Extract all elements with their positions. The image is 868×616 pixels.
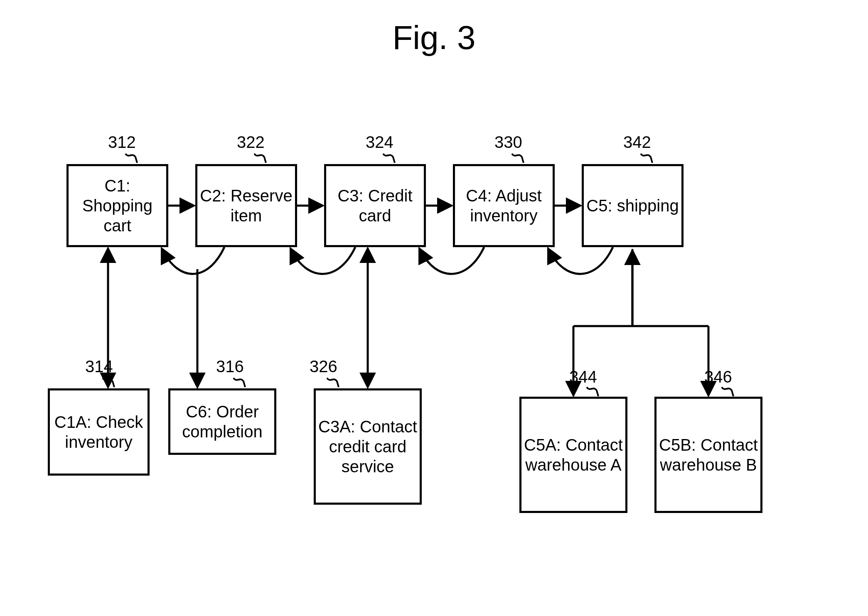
node-c5: C5: shipping	[582, 164, 684, 247]
ref-c1: 312	[108, 133, 136, 152]
node-c5a: C5A: Contact warehouse A	[519, 397, 627, 513]
node-c2-label: C2: Reserve item	[200, 186, 293, 226]
tick-icon	[326, 377, 341, 388]
ref-c5: 342	[623, 133, 651, 152]
node-c1a-label: C1A: Check inventory	[52, 412, 145, 452]
ref-c4: 330	[494, 133, 522, 152]
tick-icon	[721, 386, 736, 397]
tick-icon	[640, 153, 655, 164]
tick-icon	[586, 386, 601, 397]
ref-c5a: 344	[569, 368, 597, 386]
node-c5b: C5B: Contact warehouse B	[654, 397, 762, 513]
ref-c3: 324	[366, 133, 393, 152]
node-c3: C3: Credit card	[324, 164, 426, 247]
tick-icon	[382, 153, 397, 164]
tick-icon	[253, 153, 268, 164]
node-c6: C6: Order completion	[168, 388, 276, 455]
diagram-canvas: Fig. 3 C1: Shopping cart C2: Reserve ite…	[0, 0, 868, 616]
ref-c5b: 346	[704, 368, 732, 386]
connector-layer	[0, 0, 868, 616]
tick-icon	[511, 153, 526, 164]
node-c2: C2: Reserve item	[195, 164, 297, 247]
tick-icon	[125, 153, 140, 164]
node-c5-label: C5: shipping	[586, 196, 679, 216]
node-c3-label: C3: Credit card	[329, 186, 421, 226]
ref-c1a: 314	[85, 357, 113, 376]
node-c5a-label: C5A: Contact warehouse A	[524, 435, 623, 475]
node-c1: C1: Shopping cart	[66, 164, 168, 247]
ref-c6: 316	[216, 357, 244, 376]
node-c1-label: C1: Shopping cart	[71, 176, 164, 236]
node-c5b-label: C5B: Contact warehouse B	[659, 435, 758, 475]
tick-icon	[102, 377, 117, 388]
node-c4-label: C4: Adjust inventory	[457, 186, 550, 226]
node-c3a-label: C3A: Contact credit card service	[318, 417, 417, 476]
tick-icon	[233, 377, 248, 388]
ref-c2: 322	[237, 133, 265, 152]
node-c6-label: C6: Order completion	[173, 402, 272, 442]
ref-c3a: 326	[310, 357, 337, 376]
figure-title: Fig. 3	[0, 19, 868, 57]
node-c3a: C3A: Contact credit card service	[314, 388, 422, 505]
node-c1a: C1A: Check inventory	[48, 388, 150, 476]
node-c4: C4: Adjust inventory	[453, 164, 555, 247]
